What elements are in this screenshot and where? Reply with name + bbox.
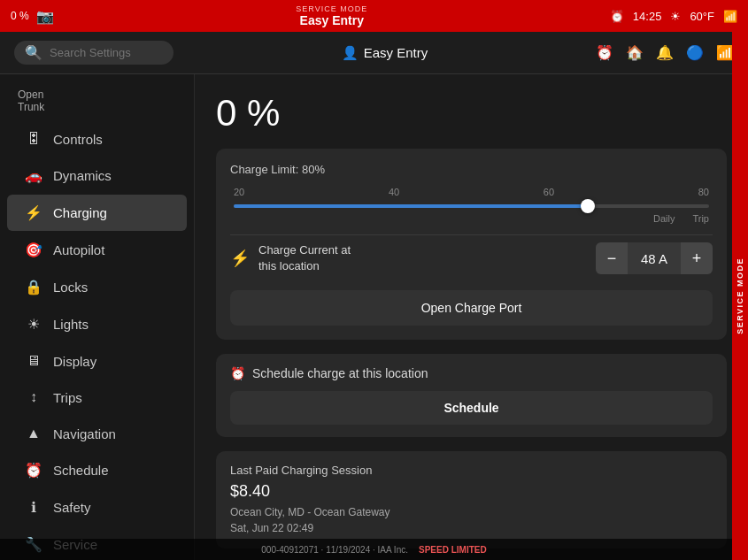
profile-icon: 👤 (342, 45, 359, 61)
sidebar-item-dynamics[interactable]: 🚗 Dynamics (7, 157, 187, 194)
open-trunk-label: OpenTrunk (18, 88, 176, 113)
charge-current-label: Charge Current atthis location (258, 242, 351, 274)
dynamics-icon: 🚗 (25, 167, 42, 184)
home-icon[interactable]: 🏠 (626, 44, 644, 61)
wifi-icon: 📶 (723, 10, 737, 23)
bell-icon[interactable]: 🔔 (656, 44, 674, 61)
sidebar-item-trips[interactable]: ↕ Trips (7, 380, 187, 415)
navigation-label: Navigation (53, 426, 116, 441)
slider-track (234, 204, 709, 208)
header-icons: ⏰ 🏠 🔔 🔵 📶 (596, 44, 734, 61)
safety-label: Safety (53, 500, 91, 515)
open-trunk-area: OpenTrunk (0, 81, 194, 120)
lights-icon: ☀ (25, 316, 42, 333)
display-label: Display (53, 354, 96, 369)
sidebar: OpenTrunk 🎛 Controls 🚗 Dynamics ⚡ Chargi… (0, 74, 195, 560)
sidebar-item-navigation[interactable]: ▲ Navigation (7, 416, 187, 451)
locks-label: Locks (53, 280, 88, 295)
sidebar-item-autopilot[interactable]: 🎯 Autopilot (7, 232, 187, 268)
status-bar-center: SERVICE MODE Easy Entry (296, 4, 367, 27)
temperature-display: 60°F (690, 10, 714, 23)
signal-icon: 📶 (716, 44, 734, 61)
last-session-location: Ocean City, MD - Ocean Gateway Sat, Jun … (230, 504, 713, 536)
status-bar-left: 0 % 📷 (11, 8, 54, 25)
slider-mark-60: 60 (544, 187, 554, 197)
charge-current-increase-button[interactable]: + (681, 242, 713, 274)
schedule-label: Schedule (53, 463, 109, 478)
charge-current-row: ⚡ Charge Current atthis location − 48 A … (230, 234, 713, 281)
schedule-title: Schedule charge at this location (252, 366, 428, 380)
preset-daily[interactable]: Daily (653, 213, 675, 224)
alarm-icon[interactable]: ⏰ (596, 44, 613, 61)
service-mode-label: SERVICE MODE (296, 4, 367, 13)
last-session-date: Sat, Jun 22 02:49 (230, 522, 313, 534)
service-mode-sidebar: SERVICE MODE (732, 32, 748, 560)
charging-icon: ⚡ (25, 204, 42, 221)
slider-mark-80: 80 (698, 187, 709, 197)
slider-mark-40: 40 (389, 187, 399, 197)
schedule-button[interactable]: Schedule (230, 391, 713, 425)
autopilot-label: Autopilot (53, 242, 104, 257)
main-area: 🔍 👤 Easy Entry ⏰ 🏠 🔔 🔵 📶 OpenTrunk 🎛 Con… (0, 32, 748, 560)
charge-card: Charge Limit: 80% 20 40 60 80 Daily (216, 149, 727, 340)
clock-icon: ⏰ (610, 10, 624, 23)
sidebar-item-display[interactable]: 🖥 Display (7, 343, 187, 379)
sidebar-item-safety[interactable]: ℹ Safety (7, 489, 187, 525)
charge-current-decrease-button[interactable]: − (596, 242, 628, 274)
slider-fill (234, 204, 590, 208)
sidebar-item-charging[interactable]: ⚡ Charging (7, 195, 187, 231)
status-bar: 0 % 📷 SERVICE MODE Easy Entry ⏰ 14:25 ☀ … (0, 0, 748, 32)
slider-thumb[interactable] (581, 199, 595, 213)
last-paid-session: Last Paid Charging Session $8.40 Ocean C… (216, 451, 727, 548)
search-box[interactable]: 🔍 (14, 41, 174, 65)
charge-slider-container[interactable]: 20 40 60 80 Daily Trip (230, 187, 713, 224)
trips-label: Trips (53, 390, 82, 405)
search-input[interactable] (50, 46, 165, 59)
easy-entry-status: Easy Entry (300, 13, 364, 27)
last-session-title: Last Paid Charging Session (230, 464, 713, 477)
trips-icon: ↕ (25, 389, 42, 405)
service-mode-vertical-label: SERVICE MODE (736, 257, 744, 334)
header-bar: 🔍 👤 Easy Entry ⏰ 🏠 🔔 🔵 📶 (0, 32, 748, 74)
slider-labels: 20 40 60 80 (230, 187, 713, 201)
schedule-icon: ⏰ (25, 462, 42, 479)
last-session-place: Ocean City, MD - Ocean Gateway (230, 506, 390, 518)
clock-schedule-icon: ⏰ (230, 366, 245, 380)
slider-presets: Daily Trip (230, 213, 713, 224)
battery-percent-display: 0 % (216, 92, 727, 134)
safety-icon: ℹ (25, 499, 42, 516)
display-icon: 🖥 (25, 353, 42, 369)
status-bar-right: ⏰ 14:25 ☀ 60°F 📶 (610, 10, 737, 23)
bottom-bar: 000-40912071 · 11/19/2024 · IAA Inc. SPE… (0, 539, 748, 560)
bluetooth-icon[interactable]: 🔵 (686, 44, 704, 61)
header-title: Easy Entry (364, 45, 428, 60)
time-display: 14:25 (633, 10, 662, 23)
search-icon: 🔍 (25, 44, 42, 61)
sun-icon: ☀ (670, 10, 681, 23)
bottom-bar-speed-limited: SPEED LIMITED (419, 545, 487, 555)
sidebar-item-locks[interactable]: 🔒 Locks (7, 269, 187, 305)
content-split: OpenTrunk 🎛 Controls 🚗 Dynamics ⚡ Chargi… (0, 74, 748, 560)
sidebar-item-schedule[interactable]: ⏰ Schedule (7, 452, 187, 488)
charge-current-control: − 48 A + (596, 242, 713, 274)
slider-mark-20: 20 (234, 187, 244, 197)
sidebar-item-lights[interactable]: ☀ Lights (7, 306, 187, 342)
bottom-bar-text: 000-40912071 · 11/19/2024 · IAA Inc. (261, 545, 408, 555)
lock-icon: 🔒 (25, 279, 42, 295)
autopilot-icon: 🎯 (25, 242, 42, 258)
controls-label: Controls (53, 132, 103, 147)
sidebar-item-controls[interactable]: 🎛 Controls (7, 121, 187, 157)
last-session-amount: $8.40 (230, 482, 713, 501)
schedule-section: ⏰ Schedule charge at this location Sched… (216, 354, 727, 437)
preset-trip[interactable]: Trip (692, 213, 709, 224)
navigation-icon: ▲ (25, 426, 42, 441)
charge-current-value: 48 A (628, 251, 681, 266)
dynamics-label: Dynamics (53, 168, 112, 183)
charge-limit-label: Charge Limit: 80% (230, 163, 713, 176)
open-charge-port-button[interactable]: Open Charge Port (230, 290, 713, 326)
header-center: 👤 Easy Entry (188, 45, 582, 61)
charge-plug-icon: ⚡ (230, 249, 250, 268)
main-panel: 0 % Charge Limit: 80% 20 40 60 80 (195, 74, 748, 560)
charging-label: Charging (53, 205, 107, 220)
lights-label: Lights (53, 317, 89, 332)
